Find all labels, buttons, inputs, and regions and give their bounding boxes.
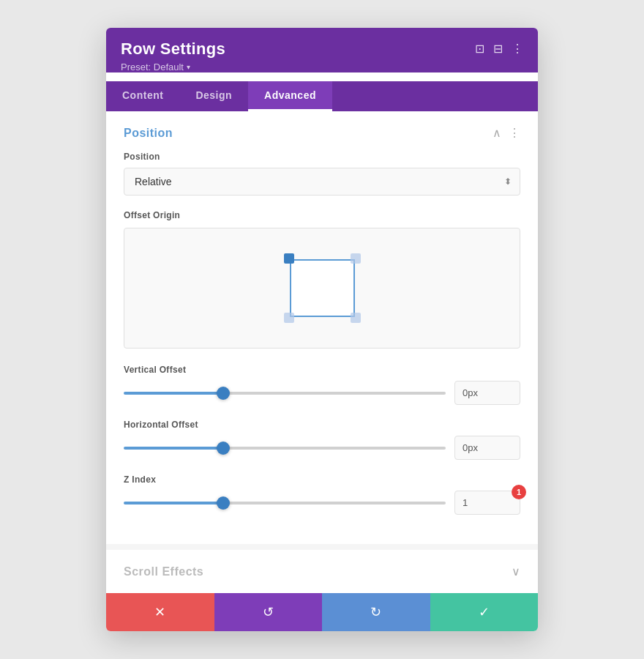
modal-header: Row Settings ⊡ ⊟ ⋮ Preset: Default ▾	[106, 28, 538, 72]
modal-body: Position ∧ ⋮ Position Relative Default A…	[106, 111, 538, 593]
vertical-offset-input-wrapper	[454, 381, 520, 405]
scroll-section-title: Scroll Effects	[124, 565, 203, 578]
position-dot-bottom-right[interactable]	[351, 313, 361, 323]
position-select[interactable]: Relative Default Absolute Fixed	[124, 168, 520, 196]
horizontal-offset-inner	[124, 436, 520, 460]
offset-origin-box[interactable]	[124, 228, 520, 349]
preset-label[interactable]: Preset: Default ▾	[121, 62, 523, 72]
scroll-section-header: Scroll Effects ∨	[124, 565, 520, 578]
tab-content[interactable]: Content	[106, 81, 179, 111]
horizontal-offset-slider[interactable]	[124, 447, 446, 450]
vertical-offset-row: Vertical Offset	[124, 365, 520, 405]
position-select-wrapper: Relative Default Absolute Fixed ⬍	[124, 168, 520, 196]
section-header-icons: ∧ ⋮	[493, 126, 520, 140]
horizontal-offset-input-wrapper	[454, 436, 520, 460]
horizontal-offset-row: Horizontal Offset	[124, 420, 520, 460]
z-index-label: Z Index	[124, 474, 520, 485]
z-index-slider[interactable]	[124, 502, 446, 505]
position-section-header: Position ∧ ⋮	[124, 126, 520, 140]
modal-header-icons: ⊡ ⊟ ⋮	[475, 43, 523, 55]
save-button[interactable]: ✓	[430, 593, 539, 631]
modal-header-top: Row Settings ⊡ ⊟ ⋮	[121, 40, 523, 59]
undo-icon: ↺	[263, 604, 274, 620]
collapse-icon[interactable]: ∧	[493, 126, 501, 140]
position-section: Position ∧ ⋮ Position Relative Default A…	[106, 111, 538, 544]
vertical-offset-slider[interactable]	[124, 392, 446, 395]
row-settings-modal: Row Settings ⊡ ⊟ ⋮ Preset: Default ▾ Con…	[106, 28, 538, 631]
z-index-input-wrapper: 1	[454, 491, 520, 515]
section-more-icon[interactable]: ⋮	[509, 126, 520, 140]
offset-origin-label: Offset Origin	[124, 210, 520, 220]
position-dot-top-right[interactable]	[351, 253, 361, 264]
vertical-offset-input[interactable]	[454, 381, 520, 405]
scroll-effects-section: Scroll Effects ∨	[106, 550, 538, 593]
redo-icon: ↻	[370, 604, 381, 620]
horizontal-offset-input[interactable]	[454, 436, 520, 460]
z-index-row: Z Index 1	[124, 474, 520, 515]
undo-button[interactable]: ↺	[214, 593, 323, 631]
vertical-offset-label: Vertical Offset	[124, 365, 520, 375]
z-index-badge: 1	[512, 485, 526, 499]
z-index-input[interactable]	[454, 491, 520, 515]
cancel-icon: ✕	[154, 604, 165, 620]
position-dot-top-left[interactable]	[284, 253, 294, 264]
redo-button[interactable]: ↻	[322, 593, 430, 631]
position-field-label: Position	[124, 152, 520, 162]
layout-icon[interactable]: ⊟	[493, 43, 503, 55]
save-icon: ✓	[479, 604, 490, 620]
modal-tabs: Content Design Advanced	[106, 81, 538, 111]
position-dot-bottom-left[interactable]	[284, 313, 294, 323]
preset-arrow: ▾	[187, 63, 190, 71]
position-grid	[280, 250, 364, 327]
screen-icon[interactable]: ⊡	[475, 43, 484, 55]
position-section-title: Position	[124, 127, 173, 140]
position-grid-border	[290, 259, 355, 317]
modal-title: Row Settings	[121, 40, 225, 59]
vertical-offset-inner	[124, 381, 520, 405]
modal-footer: ✕ ↺ ↻ ✓	[106, 593, 538, 631]
horizontal-offset-label: Horizontal Offset	[124, 420, 520, 430]
tab-design[interactable]: Design	[179, 81, 248, 111]
z-index-inner: 1	[124, 491, 520, 515]
tab-advanced[interactable]: Advanced	[248, 81, 332, 111]
cancel-button[interactable]: ✕	[106, 593, 214, 631]
more-icon[interactable]: ⋮	[512, 43, 523, 55]
scroll-chevron-icon[interactable]: ∨	[512, 565, 520, 578]
